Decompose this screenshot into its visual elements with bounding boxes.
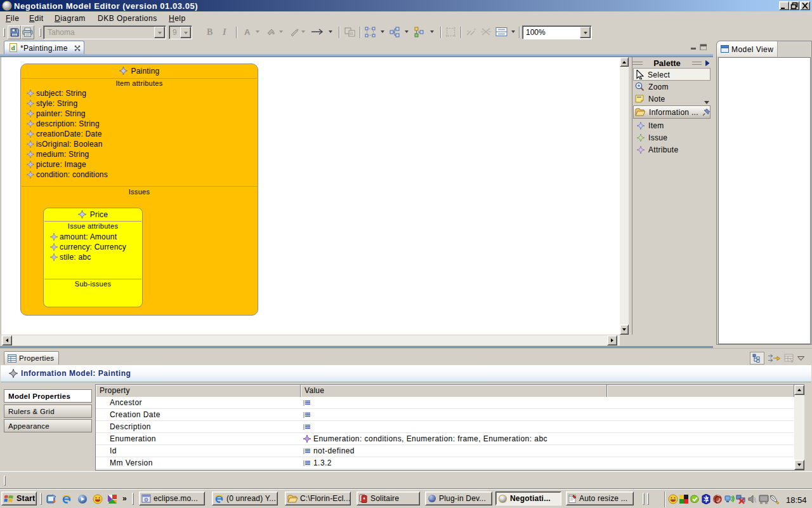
svg-text:d: d xyxy=(11,44,15,51)
